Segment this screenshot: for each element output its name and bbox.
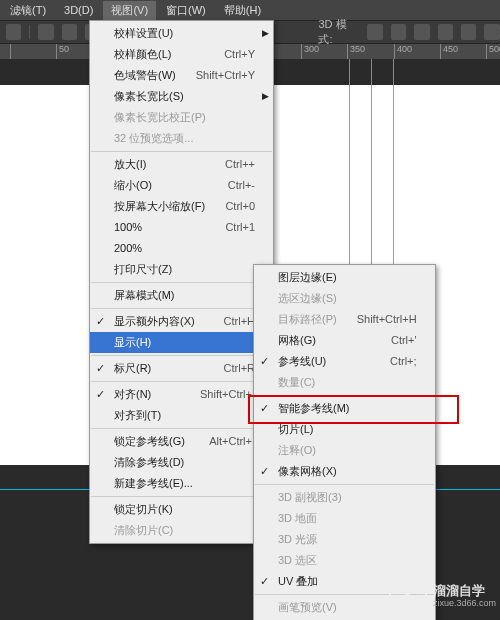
menu-item-shortcut: Ctrl+R (224, 360, 255, 377)
menu-item-label: 清除切片(C) (114, 522, 255, 539)
menu-separator (91, 282, 272, 283)
menubar-item[interactable]: 3D(D) (56, 2, 101, 18)
menu-item[interactable]: 锁定参考线(G)Alt+Ctrl+; (90, 431, 273, 452)
menu-item-label: 缩小(O) (114, 177, 208, 194)
check-icon: ✓ (260, 573, 269, 590)
check-icon: ✓ (260, 400, 269, 417)
ruler-tick: 500 (486, 44, 500, 60)
watermark-url: zixue.3d66.com (433, 597, 496, 610)
menu-item-shortcut: Shift+Ctrl+; (200, 386, 255, 403)
menu-item: 清除切片(C) (90, 520, 273, 541)
menu-item-shortcut: Ctrl+Y (224, 46, 255, 63)
menu-item: 3D 副视图(3) (254, 487, 435, 508)
menu-item-label: 对齐到(T) (114, 407, 255, 424)
menu-item: 32 位预览选项... (90, 128, 273, 149)
menu-item[interactable]: ✓标尺(R)Ctrl+R (90, 358, 273, 379)
menu-item-label: 100% (114, 219, 205, 236)
menu-item[interactable]: 色域警告(W)Shift+Ctrl+Y (90, 65, 273, 86)
menu-item[interactable]: 100%Ctrl+1 (90, 217, 273, 238)
mode-icon[interactable] (461, 24, 476, 40)
ruler-tick: 350 (347, 44, 365, 60)
tool-icon[interactable] (38, 24, 53, 40)
menu-item[interactable]: 打印尺寸(Z) (90, 259, 273, 280)
menu-item[interactable]: 校样颜色(L)Ctrl+Y (90, 44, 273, 65)
menu-item-shortcut: Ctrl+- (228, 177, 255, 194)
menu-item-label: 放大(I) (114, 156, 205, 173)
tool-icon[interactable] (6, 24, 21, 40)
tool-icon[interactable] (62, 24, 77, 40)
menu-item-shortcut: Ctrl+0 (225, 198, 255, 215)
menu-item-label: 标尺(R) (114, 360, 204, 377)
mode-icon[interactable] (414, 24, 429, 40)
menubar-item[interactable]: 窗口(W) (158, 1, 214, 20)
menu-item-label: 智能参考线(M) (278, 400, 417, 417)
menu-item[interactable]: 网格(G)Ctrl+' (254, 330, 435, 351)
menu-item[interactable]: 锁定切片(K) (90, 499, 273, 520)
mode-icon[interactable] (391, 24, 406, 40)
menu-item[interactable]: 屏幕模式(M)▶ (90, 285, 273, 306)
menu-item-label: 32 位预览选项... (114, 130, 255, 147)
menu-item-label: 校样设置(U) (114, 25, 255, 42)
ruler-tick: 450 (440, 44, 458, 60)
menu-item[interactable]: 对齐到(T)▶ (90, 405, 273, 426)
menubar-item[interactable]: 帮助(H) (216, 1, 269, 20)
menu-item-label: 屏幕模式(M) (114, 287, 255, 304)
menu-item[interactable]: ✓显示额外内容(X)Ctrl+H (90, 311, 273, 332)
mode-icon[interactable] (438, 24, 453, 40)
menu-separator (91, 428, 272, 429)
menu-item[interactable]: ✓对齐(N)Shift+Ctrl+; (90, 384, 273, 405)
menu-item-label: 注释(O) (278, 442, 417, 459)
ruler-tick: 400 (394, 44, 412, 60)
menu-item: 3D 地面 (254, 508, 435, 529)
menu-item-label: 像素长宽比(S) (114, 88, 255, 105)
menu-item-label: 3D 选区 (278, 552, 417, 569)
menu-item: 数量(C) (254, 372, 435, 393)
menu-item[interactable]: 切片(L) (254, 419, 435, 440)
menu-item[interactable]: ✓参考线(U)Ctrl+; (254, 351, 435, 372)
menubar[interactable]: 滤镜(T)3D(D)视图(V)窗口(W)帮助(H) (0, 0, 500, 20)
menu-item[interactable]: ✓智能参考线(M) (254, 398, 435, 419)
ruler-tick: 300 (301, 44, 319, 60)
menu-separator (91, 151, 272, 152)
menu-item[interactable]: 按屏幕大小缩放(F)Ctrl+0 (90, 196, 273, 217)
menubar-item[interactable]: 视图(V) (103, 1, 156, 20)
menu-item-label: 3D 光源 (278, 531, 417, 548)
menu-item[interactable]: 校样设置(U)▶ (90, 23, 273, 44)
ruler-tick: 50 (56, 44, 69, 60)
menu-item-label: 打印尺寸(Z) (114, 261, 255, 278)
check-icon: ✓ (96, 360, 105, 377)
menu-item-label: 参考线(U) (278, 353, 370, 370)
menu-item-shortcut: Ctrl+1 (225, 219, 255, 236)
menu-item-label: 显示(H) (114, 334, 255, 351)
menu-item[interactable]: 缩小(O)Ctrl+- (90, 175, 273, 196)
menu-item[interactable]: 显示(H)▶ (90, 332, 273, 353)
menu-item-label: 校样颜色(L) (114, 46, 204, 63)
menu-item[interactable]: ✓像素网格(X) (254, 461, 435, 482)
menu-separator (255, 395, 434, 396)
mode-icon[interactable] (367, 24, 382, 40)
menu-separator (91, 496, 272, 497)
menu-item-shortcut: Shift+Ctrl+H (357, 311, 417, 328)
menu-item[interactable]: 放大(I)Ctrl++ (90, 154, 273, 175)
view-menu: 校样设置(U)▶校样颜色(L)Ctrl+Y色域警告(W)Shift+Ctrl+Y… (89, 20, 274, 544)
menu-item[interactable]: 像素长宽比(S)▶ (90, 86, 273, 107)
menu-item: 注释(O) (254, 440, 435, 461)
menu-separator (255, 484, 434, 485)
menubar-item[interactable]: 滤镜(T) (2, 1, 54, 20)
menu-item: 3D 光源 (254, 529, 435, 550)
menu-item[interactable]: 新建参考线(E)... (90, 473, 273, 494)
menu-item-shortcut: Ctrl++ (225, 156, 255, 173)
menu-item[interactable]: 图层边缘(E) (254, 267, 435, 288)
menu-item[interactable]: 清除参考线(D) (90, 452, 273, 473)
menu-item[interactable]: 200% (90, 238, 273, 259)
menu-item-label: 对齐(N) (114, 386, 180, 403)
menu-item-label: 200% (114, 240, 255, 257)
menu-item-label: 像素长宽比校正(P) (114, 109, 255, 126)
menu-item-shortcut: Shift+Ctrl+Y (196, 67, 255, 84)
watermark-title: 溜溜自学 (433, 584, 496, 597)
submenu-arrow-icon: ▶ (262, 25, 269, 42)
mode-icon[interactable] (484, 24, 499, 40)
show-submenu: 图层边缘(E)选区边缘(S)目标路径(P)Shift+Ctrl+H网格(G)Ct… (253, 264, 436, 620)
menu-item-shortcut: Ctrl+H (224, 313, 255, 330)
menu-item: 选区边缘(S) (254, 288, 435, 309)
